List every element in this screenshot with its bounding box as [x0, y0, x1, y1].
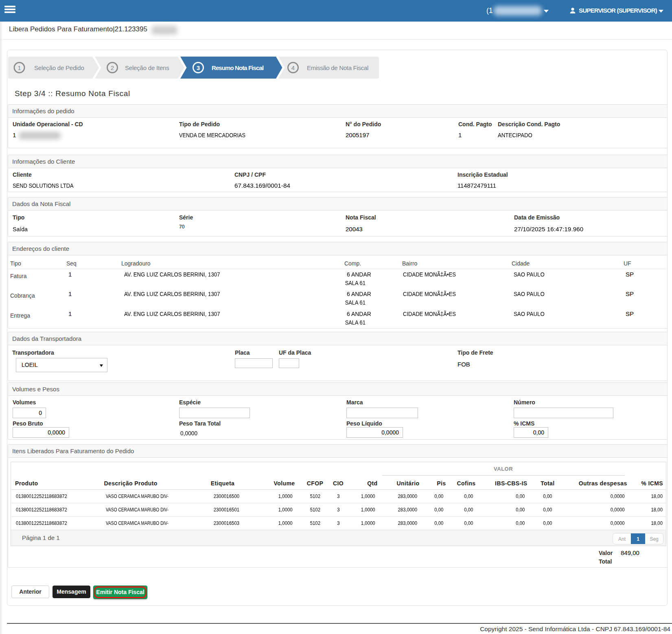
svg-text:2: 2: [111, 64, 114, 71]
svg-text:1: 1: [18, 64, 21, 71]
svg-text:Seleção de Itens: Seleção de Itens: [125, 64, 169, 71]
svg-text:Emissão de Nota Fiscal: Emissão de Nota Fiscal: [307, 64, 368, 71]
svg-text:Resumo Nota Fiscal: Resumo Nota Fiscal: [212, 64, 264, 71]
svg-text:3: 3: [197, 64, 200, 71]
svg-text:4: 4: [291, 64, 295, 71]
svg-text:Seleção de Pedido: Seleção de Pedido: [34, 64, 84, 71]
